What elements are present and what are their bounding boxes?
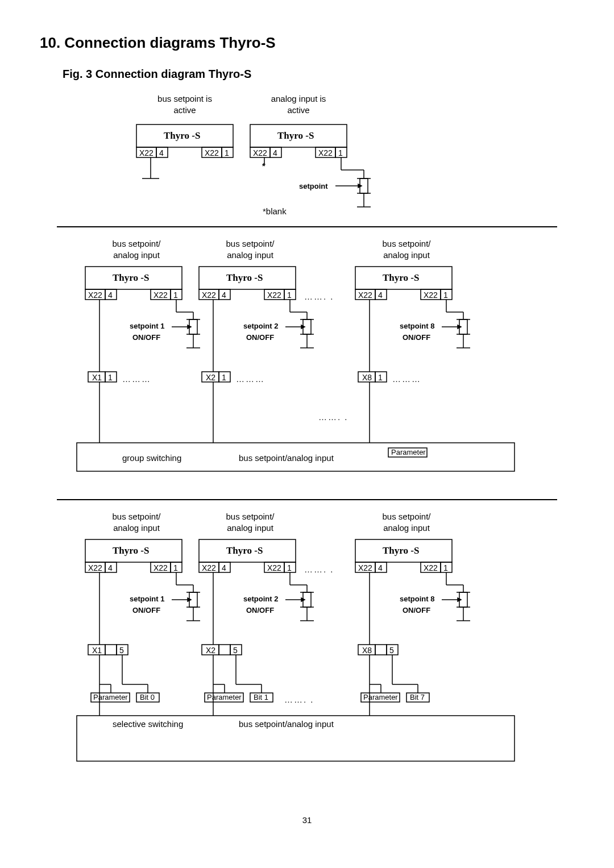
page-number: 31 (40, 815, 574, 825)
device-label: Thyro -S (113, 272, 149, 284)
param-label: Parameter (93, 693, 128, 703)
pin-1: 1 (443, 290, 448, 300)
lbl-bus-active: bus setpoint isactive (142, 93, 227, 115)
pin-x22: X22 (267, 563, 281, 573)
lbl-bus-analog-3: bus setpoint/analog input (364, 238, 449, 260)
dots: ……… (122, 373, 151, 385)
sp8: setpoint 8 (400, 595, 434, 604)
bus-analog-line: bus setpoint/analog input (239, 719, 334, 730)
pin-1: 1 (222, 372, 226, 383)
pin-x22: X22 (154, 563, 168, 573)
onoff: ON/OFF (132, 333, 160, 343)
pin-x2: X2 (206, 645, 215, 655)
pin-x1: X1 (92, 372, 102, 383)
pin-x22: X22 (139, 148, 154, 158)
sel-sw: selective switching (113, 719, 183, 730)
bus-analog-line: bus setpoint/analog input (239, 452, 334, 464)
blank-note: *blank (263, 206, 287, 217)
pin-1: 1 (108, 372, 113, 383)
pin-5: 5 (233, 645, 238, 655)
pin-x22: X22 (253, 148, 267, 158)
device-label: Thyro -S (113, 545, 149, 557)
star-mark: * (262, 160, 265, 172)
pin-4: 4 (378, 563, 383, 573)
device-label: Thyro -S (226, 272, 263, 284)
onoff: ON/OFF (403, 333, 430, 343)
dots-h: ……. . (284, 694, 314, 705)
pin-x2: X2 (206, 372, 215, 383)
pin-x1: X1 (92, 645, 102, 655)
pin-4: 4 (108, 290, 113, 300)
setpoint-label: setpoint (299, 182, 328, 192)
lbl-bus-analog: bus setpoint/analog input (94, 511, 179, 533)
lbl-analog-active: analog input isactive (256, 93, 341, 115)
pin-x22: X22 (88, 290, 102, 300)
dots-h: ……. . (318, 412, 349, 423)
pin-x22: X22 (205, 148, 219, 158)
param-label: Parameter (207, 693, 242, 703)
sp1: setpoint 1 (130, 595, 164, 604)
pin-x22: X22 (424, 563, 438, 573)
lbl-bus-analog-1: bus setpoint/analog input (94, 238, 179, 260)
onoff: ON/OFF (246, 333, 274, 343)
pin-1: 1 (287, 563, 292, 573)
device-label: Thyro -S (226, 545, 263, 557)
param-label: Parameter (363, 693, 398, 703)
pin-1: 1 (287, 290, 292, 300)
pin-x22: X22 (88, 563, 102, 573)
pin-x8: X8 (362, 372, 372, 383)
lbl-bus-analog-2: bus setpoint/analog input (208, 238, 293, 260)
bit0: Bit 0 (140, 693, 155, 703)
figure-caption: Fig. 3 Connection diagram Thyro-S (63, 68, 574, 81)
pin-4: 4 (378, 290, 383, 300)
sp2: setpoint 2 (243, 322, 278, 331)
diagram-canvas: bus setpoint isactive analog input isact… (40, 93, 574, 804)
dots: ……… (236, 373, 265, 385)
pin-1: 1 (338, 148, 343, 158)
pin-4: 4 (108, 563, 113, 573)
onoff: ON/OFF (403, 606, 430, 616)
pin-x8: X8 (362, 645, 372, 655)
pin-1: 1 (225, 148, 229, 158)
pin-x22: X22 (358, 563, 372, 573)
pin-4: 4 (273, 148, 277, 158)
bit1: Bit 1 (254, 693, 268, 703)
sp2: setpoint 2 (243, 595, 278, 604)
pin-4: 4 (222, 563, 226, 573)
pin-x22: X22 (267, 290, 281, 300)
pin-x22: X22 (202, 563, 216, 573)
pin-x22: X22 (358, 290, 372, 300)
lbl-bus-analog: bus setpoint/analog input (208, 511, 293, 533)
pin-5: 5 (119, 645, 124, 655)
pin-4: 4 (159, 148, 164, 158)
pin-1: 1 (378, 372, 383, 383)
pin-x22: X22 (424, 290, 438, 300)
pin-x22: X22 (154, 290, 168, 300)
dots-h: ……. . (304, 564, 334, 575)
device-label-2: Thyro -S (277, 130, 314, 142)
device-label: Thyro -S (383, 545, 419, 557)
lbl-bus-analog: bus setpoint/analog input (364, 511, 449, 533)
pin-x22: X22 (202, 290, 216, 300)
dots: ……… (392, 373, 421, 385)
dots-h: ……. . (304, 291, 334, 302)
pin-4: 4 (222, 290, 226, 300)
param-label: Parameter (391, 448, 426, 458)
pin-5: 5 (389, 645, 394, 655)
pin-1: 1 (173, 563, 178, 573)
pin-1: 1 (173, 290, 178, 300)
bit7: Bit 7 (410, 693, 425, 703)
section-heading: 10. Connection diagrams Thyro-S (40, 34, 574, 52)
pin-1: 1 (443, 563, 448, 573)
pin-x22: X22 (318, 148, 333, 158)
onoff: ON/OFF (246, 606, 274, 616)
svg-rect-149 (375, 645, 387, 655)
sp1: setpoint 1 (130, 322, 164, 331)
device-label-1: Thyro -S (164, 130, 200, 142)
sp8: setpoint 8 (400, 322, 434, 331)
svg-rect-97 (105, 645, 117, 655)
device-label: Thyro -S (383, 272, 419, 284)
onoff: ON/OFF (132, 606, 160, 616)
svg-rect-123 (219, 645, 230, 655)
group-sw: group switching (122, 452, 181, 464)
